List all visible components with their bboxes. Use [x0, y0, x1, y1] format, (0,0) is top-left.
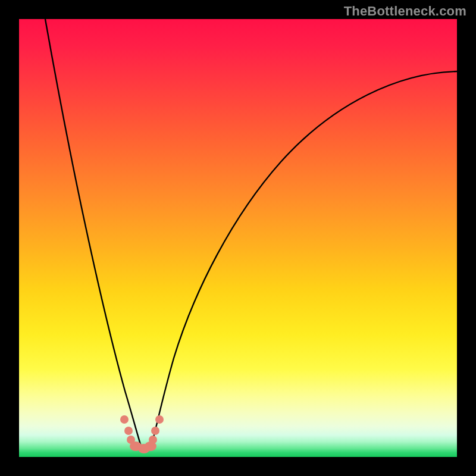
- marker-point: [151, 427, 159, 435]
- watermark-text: TheBottleneck.com: [344, 4, 466, 19]
- bottleneck-curve: [19, 19, 457, 457]
- marker-point: [124, 427, 133, 435]
- marker-point: [120, 415, 129, 424]
- plot-area: [19, 19, 457, 457]
- chart-frame: TheBottleneck.com: [0, 0, 476, 476]
- marker-point: [149, 436, 157, 444]
- curve-left-branch: [45, 19, 141, 446]
- marker-point: [155, 415, 164, 424]
- curve-right-branch: [151, 71, 457, 446]
